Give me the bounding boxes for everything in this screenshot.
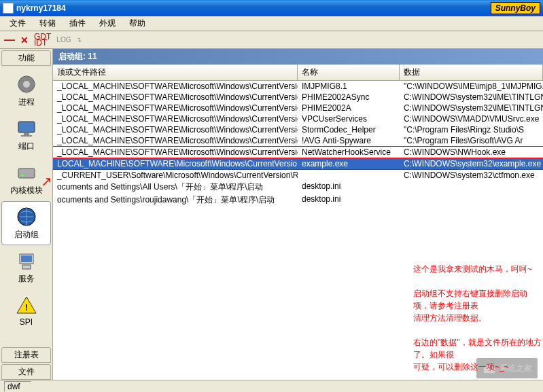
cell-name: !AVG Anti-Spyware [298, 135, 400, 146]
cell-name: desktop.ini [298, 181, 400, 194]
sidebar-item-startup[interactable]: 启动组 [1, 201, 51, 245]
computer-icon [16, 250, 37, 272]
sidebar-item-spi[interactable]: ! SPI [1, 289, 51, 332]
table-container[interactable]: 顶或文件路径 名称 数据 _LOCAL_MACHINE\SOFTWARE\Mic… [53, 65, 543, 380]
tool-minus-icon[interactable]: — [4, 34, 15, 46]
sidebar-item-label: 端口 [18, 141, 35, 152]
svg-point-1 [23, 81, 30, 88]
menu-appearance[interactable]: 外观 [94, 16, 121, 31]
annotation-line: 清理方法清理数据。 [413, 312, 543, 324]
globe-icon [16, 206, 37, 228]
svg-rect-2 [18, 122, 35, 132]
cell-data [400, 194, 543, 207]
cell-path: _LOCAL_MACHINE\SOFTWARE\Microsoft\Window… [53, 81, 298, 92]
annotation-line: 右边的"数据"，就是文件所在的地方了。如果很 [413, 336, 543, 361]
tool-log-button[interactable]: LOG [56, 36, 71, 43]
cell-data: C:\WINDOWS\system32\IME\TINTLGNT [400, 103, 543, 113]
warning-icon: ! [16, 294, 37, 316]
content-pane: 启动组: 11 顶或文件路径 名称 数据 _LOCAL_MACHINE\SOFT… [53, 49, 543, 380]
sidebar-tab-files[interactable]: 文件 [1, 364, 51, 380]
sidebar: 功能 进程 端口 内核模块 启动组 服务 ! [0, 49, 53, 380]
cell-path: ocuments and Settings\roujidawang\「开始」菜单… [53, 194, 298, 207]
app-icon [3, 3, 14, 14]
cell-data: C:\WINDOWS\NWHook.exe [400, 147, 543, 158]
sidebar-items: 进程 端口 内核模块 启动组 服务 ! SPI [0, 66, 52, 346]
svg-rect-10 [22, 265, 31, 269]
sidebar-item-label: 内核模块 [10, 185, 43, 196]
monitor-icon [16, 118, 37, 139]
annotation-overlay: 这个是我拿来测试的木马，呵呵~ 启动组不支持右键直接删除启动项，请参考注册表清理… [413, 263, 543, 373]
svg-rect-9 [21, 255, 32, 262]
svg-rect-5 [18, 168, 35, 178]
menu-file[interactable]: 文件 [4, 16, 31, 31]
sidebar-item-kernel[interactable]: 内核模块 [1, 157, 51, 201]
menubar: 文件 转储 插件 外观 帮助 [0, 16, 543, 31]
cell-name: PHIME2002A [298, 103, 400, 113]
annotation-line [413, 275, 543, 287]
menu-help[interactable]: 帮助 [124, 16, 151, 31]
menu-dump[interactable]: 转储 [34, 16, 61, 31]
sidebar-item-label: 启动组 [14, 229, 39, 240]
gear-icon [16, 73, 37, 95]
annotation-line: 可疑，可以删除这一项~_~ [413, 361, 543, 373]
cell-data: "C:\Program Files\Ringz Studio\S [400, 124, 543, 135]
table-row[interactable]: _LOCAL_MACHINE\SOFTWARE\Microsoft\Window… [53, 103, 543, 113]
svg-rect-3 [24, 132, 29, 135]
annotation-line: 启动组不支持右键直接删除启动项，请参考注册表 [413, 287, 543, 312]
sidebar-tab-registry[interactable]: 注册表 [1, 347, 51, 363]
menu-plugins[interactable]: 插件 [64, 16, 91, 31]
table-row[interactable]: _LOCAL_MACHINE\SOFTWARE\Microsoft\Window… [53, 124, 543, 135]
sidebar-item-label: SPI [20, 317, 33, 327]
drive-icon [16, 162, 37, 183]
table-row[interactable]: ocuments and Settings\All Users\「开始」菜单\程… [53, 181, 543, 194]
table-row[interactable]: LOCAL_MACHINE\SOFTWARE\Microsoft\Windows… [53, 158, 543, 169]
col-data[interactable]: 数据 [400, 65, 543, 80]
tool-close-icon[interactable]: ✕ [20, 35, 29, 46]
svg-point-6 [21, 174, 24, 177]
col-name[interactable]: 名称 [298, 65, 400, 80]
table-row[interactable]: ocuments and Settings\roujidawang\「开始」菜单… [53, 194, 543, 207]
tool-arrow-icon[interactable]: ↴ [76, 36, 82, 43]
tool-gdt-button[interactable]: GDTIDT [34, 34, 51, 46]
table-row[interactable]: _LOCAL_MACHINE\SOFTWARE\Microsoft\Window… [53, 135, 543, 146]
svg-text:!: ! [25, 303, 28, 313]
statusbar: dwf [0, 380, 543, 392]
brand-badge: SunnyBoy [491, 2, 540, 14]
cell-name: example.exe [298, 158, 400, 169]
cell-name: VPCUserServices [298, 113, 400, 124]
cell-data: C:\WINDOWS\system32\example.exe [400, 158, 543, 169]
sidebar-item-port[interactable]: 端口 [1, 113, 51, 157]
sidebar-item-process[interactable]: 进程 [1, 69, 51, 113]
cell-data: C:\WINDOWS\system32\IME\TINTLGNT [400, 92, 543, 103]
col-path[interactable]: 顶或文件路径 [53, 65, 298, 80]
cell-path: _LOCAL_MACHINE\SOFTWARE\Microsoft\Window… [53, 135, 298, 146]
status-text: dwf [4, 381, 31, 392]
cell-data [400, 181, 543, 194]
cell-name [298, 170, 400, 181]
table-body: _LOCAL_MACHINE\SOFTWARE\Microsoft\Window… [53, 81, 543, 207]
cell-path: _LOCAL_MACHINE\SOFTWARE\Microsoft\Window… [53, 124, 298, 135]
table-row[interactable]: _LOCAL_MACHINE\SOFTWARE\Microsoft\Window… [53, 92, 543, 103]
titlebar: nykrny17184 SunnyBoy [0, 0, 543, 16]
toolbar: — ✕ GDTIDT LOG ↴ [0, 31, 543, 49]
cell-path: _LOCAL_MACHINE\SOFTWARE\Microsoft\Window… [53, 103, 298, 113]
cell-name: IMJPMIG8.1 [298, 81, 400, 92]
table-row[interactable]: _LOCAL_MACHINE\SOFTWARE\Microsoft\Window… [53, 146, 543, 158]
cell-path: _LOCAL_MACHINE\SOFTWARE\Microsoft\Window… [53, 147, 298, 158]
cell-data: "C:\WINDOWS\IME\imjp8_1\IMJPMIG. [400, 81, 543, 92]
sidebar-item-label: 服务 [18, 273, 35, 285]
window-title: nykrny17184 [16, 3, 66, 13]
cell-name: NetWatcherHookService [298, 147, 400, 158]
table-row[interactable]: _LOCAL_MACHINE\SOFTWARE\Microsoft\Window… [53, 81, 543, 92]
cell-path: _LOCAL_MACHINE\SOFTWARE\Microsoft\Window… [53, 92, 298, 103]
sidebar-tab-functions[interactable]: 功能 [1, 50, 51, 66]
svg-rect-4 [21, 135, 32, 137]
table-row[interactable]: _CURRENT_USER\Software\Microsoft\Windows… [53, 169, 543, 181]
main-area: 功能 进程 端口 内核模块 启动组 服务 ! [0, 49, 543, 380]
cell-name: PHIME2002ASync [298, 92, 400, 103]
cell-name: desktop.ini [298, 194, 400, 207]
cell-path: LOCAL_MACHINE\SOFTWARE\Microsoft\Windows… [53, 158, 298, 169]
table-row[interactable]: _LOCAL_MACHINE\SOFTWARE\Microsoft\Window… [53, 113, 543, 124]
cell-path: ocuments and Settings\All Users\「开始」菜单\程… [53, 181, 298, 194]
sidebar-item-services[interactable]: 服务 [1, 245, 51, 289]
